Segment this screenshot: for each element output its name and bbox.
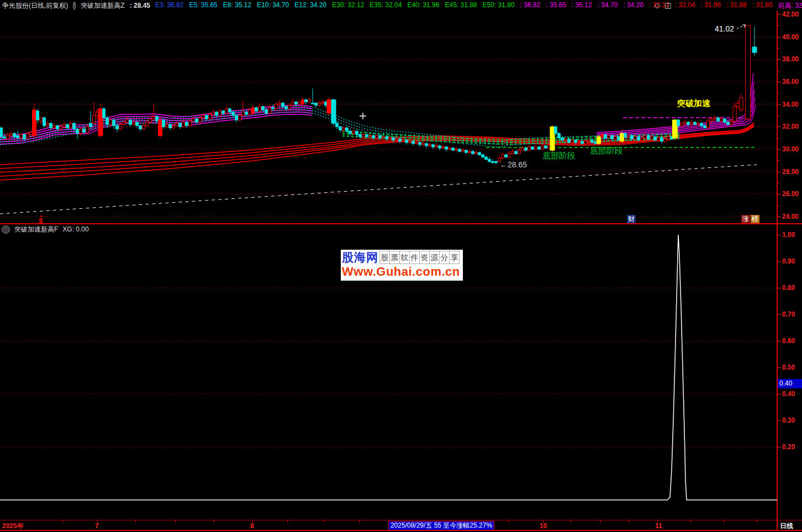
candle-body <box>568 139 571 143</box>
date-tick <box>97 520 98 523</box>
date-tick <box>214 520 214 523</box>
candle-body <box>80 129 82 133</box>
candle-body <box>561 138 564 140</box>
badge-rise-rank-1[interactable]: 涨 <box>741 215 750 223</box>
candle-body <box>528 147 531 150</box>
candle-body <box>624 134 627 137</box>
candle-body <box>40 118 43 121</box>
sub-axis-label: 0.50 <box>782 364 802 371</box>
date-axis-bar[interactable]: 2025年 781011 2025/08/29/五 55 至今涨幅25.27% … <box>0 520 802 530</box>
candle-body <box>684 122 687 123</box>
candle-body <box>73 123 76 129</box>
axis-tick <box>778 59 781 60</box>
axis-tick <box>778 194 781 194</box>
candle-body <box>488 159 491 161</box>
candle-body <box>199 118 202 122</box>
price-axis-label: 26.00 <box>782 190 802 198</box>
indicator-value-item: E50: 31.80 <box>483 1 515 10</box>
candle-body <box>442 147 445 148</box>
candle-body <box>515 151 518 154</box>
date-tick <box>757 520 757 523</box>
indicator-value-item: : 32.04 <box>675 1 695 10</box>
axis-minor-tick <box>778 138 779 139</box>
axis-tick <box>778 104 781 105</box>
candle-body <box>321 102 324 103</box>
sub-axis-label: 0.90 <box>782 257 802 265</box>
date-tick <box>724 520 724 523</box>
indicator-value-item: : 34.70 <box>598 1 618 10</box>
axis-tick <box>778 217 781 217</box>
axis-tick <box>778 82 781 82</box>
indicator-value: : 28.45 <box>130 2 150 9</box>
candle-body <box>27 134 29 138</box>
candle-body <box>146 122 149 125</box>
month-label-7: 7 <box>95 522 99 530</box>
axis-tick <box>778 37 781 38</box>
candle-body <box>724 119 726 122</box>
indicator-values: E3: 36.82E5: 35.65E8: 35.12E10: 34.70E12… <box>155 1 802 10</box>
candle-body <box>70 123 72 128</box>
candle-body <box>109 120 112 124</box>
candle-body <box>720 119 723 121</box>
candle-body <box>349 131 352 133</box>
candle-body <box>445 147 448 149</box>
candle-body <box>116 125 119 129</box>
split-window-icon[interactable]: ◫ <box>664 1 671 9</box>
watermark-char-cell: 件 <box>409 251 420 264</box>
candle-body <box>139 125 142 129</box>
candle-body <box>714 118 716 119</box>
candle-body <box>584 141 587 144</box>
watermark-char-cell: 享 <box>449 251 460 264</box>
expma-band-red-2 <box>0 124 754 168</box>
year-label: 2025年 <box>2 522 24 530</box>
indicator-collapse-icon[interactable]: ˇ <box>73 2 76 10</box>
watermark-char-cell: 源 <box>429 251 440 264</box>
diamond-icon[interactable]: ◇ <box>655 1 660 9</box>
candle-body <box>727 122 730 124</box>
date-tick <box>657 520 658 523</box>
candle-body <box>262 107 265 110</box>
candle-body <box>222 111 225 113</box>
badge-finance[interactable]: 财 <box>627 215 636 223</box>
candle-body <box>50 123 52 128</box>
candle-body <box>292 102 294 106</box>
sub-indicator-header: ˇ 突破加速新高F XG: 0.00 <box>0 224 775 234</box>
candle-body <box>352 131 355 133</box>
candle-body <box>186 122 188 125</box>
candle-body <box>495 161 498 162</box>
watermark-char-cell: 股 <box>379 251 390 264</box>
candle-body <box>492 161 494 162</box>
candle-body <box>17 136 19 138</box>
candle-body <box>631 136 634 139</box>
badge-rise-rank-2[interactable]: 榜 <box>751 215 759 223</box>
period-selector[interactable]: 日线 <box>780 522 802 530</box>
candle-body <box>571 140 574 143</box>
candle-body <box>46 123 49 125</box>
price-axis-label: 38.00 <box>782 55 802 63</box>
month-label-8: 8 <box>250 522 254 530</box>
indicator-value-item: : 36.82 <box>520 1 541 10</box>
candle-body <box>386 137 388 139</box>
candle-body <box>219 111 221 115</box>
candle-body <box>113 120 115 125</box>
candle-body <box>126 120 129 122</box>
axis-tick <box>778 314 781 315</box>
candle-body <box>308 100 311 102</box>
month-label-11: 11 <box>655 522 662 530</box>
candle-body <box>409 141 411 143</box>
date-tick <box>600 520 601 523</box>
candle-body <box>462 150 465 151</box>
candle-body <box>53 125 56 128</box>
candle-body <box>152 117 155 119</box>
candle-body <box>541 146 544 149</box>
candle-body <box>258 107 261 111</box>
stock-title[interactable]: 争光股份(日线,前复权) <box>2 1 68 10</box>
candle-body <box>0 128 3 136</box>
sub-indicator-collapse-icon[interactable]: ˇ <box>2 225 10 234</box>
candle-body <box>694 122 697 124</box>
candle-body <box>339 127 342 130</box>
candle-body <box>538 147 541 149</box>
candle-body <box>106 118 109 124</box>
main-candlestick-chart[interactable]: 41.02突破加速底部阶段底部阶段←28.65$▲ <box>0 11 778 224</box>
candle-body <box>272 108 275 109</box>
